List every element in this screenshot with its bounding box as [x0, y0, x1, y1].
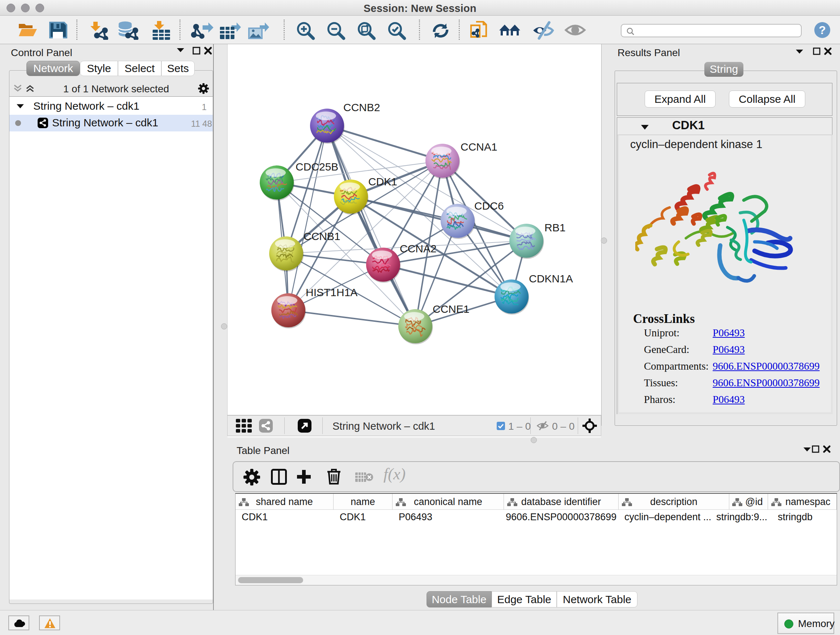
svg-text:CCNB1: CCNB1 — [303, 230, 340, 242]
svg-text:CDKN1A: CDKN1A — [529, 272, 573, 285]
svg-text:CCNE1: CCNE1 — [433, 303, 470, 315]
svg-text:CCNB2: CCNB2 — [343, 101, 380, 113]
svg-text:?: ? — [819, 24, 826, 36]
svg-text:CDC6: CDC6 — [474, 200, 504, 212]
svg-text:CDK1: CDK1 — [368, 176, 397, 187]
svg-text:RB1: RB1 — [545, 222, 565, 233]
svg-text:CCNA2: CCNA2 — [400, 242, 437, 255]
svg-text:CDC25B: CDC25B — [295, 161, 338, 173]
svg-text:HIST1H1A: HIST1H1A — [306, 287, 357, 298]
svg-text:CCNA1: CCNA1 — [461, 141, 497, 153]
